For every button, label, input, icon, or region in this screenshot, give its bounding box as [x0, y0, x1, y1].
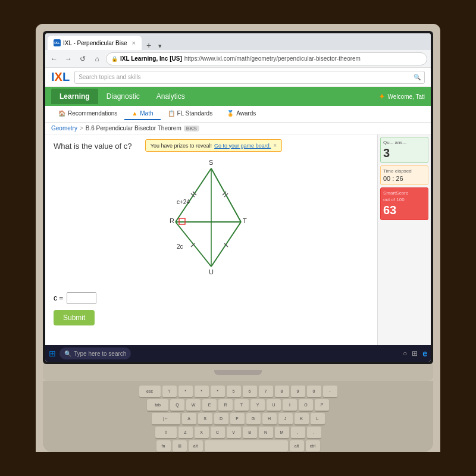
timer-minutes: 00	[383, 175, 390, 182]
key-u[interactable]: U	[267, 399, 281, 411]
submit-button[interactable]: Submit	[54, 310, 95, 325]
timer-card: Time elapsed 00 : 26	[380, 165, 428, 185]
key-6[interactable]: 6	[243, 386, 257, 397]
key-dash[interactable]: -	[323, 386, 337, 397]
key-7[interactable]: 7	[259, 386, 273, 397]
key-tab[interactable]: tab	[147, 399, 168, 411]
key-win[interactable]: ⊞	[173, 440, 187, 452]
question-score-card: Qu... ans... 3	[380, 137, 428, 163]
keyboard-row-4: ⇧ Z X C V B N M , .	[52, 427, 424, 439]
address-bar[interactable]: 🔒 IXL Learning, Inc [US] https://www.ixl…	[106, 52, 427, 65]
taskbar-icons: ○ ⊞ e	[403, 349, 427, 358]
forward-button[interactable]: →	[63, 54, 74, 64]
key-5[interactable]: 5	[227, 386, 241, 397]
key-r[interactable]: R	[218, 399, 233, 411]
taskbar-edge-icon[interactable]: e	[422, 349, 427, 358]
key-shift-left-2[interactable]: ⇧	[155, 427, 177, 439]
key-ctrl[interactable]: fn	[156, 440, 171, 452]
key-esc[interactable]: esc	[139, 386, 161, 397]
refresh-button[interactable]: ↺	[77, 54, 88, 64]
key-t[interactable]: T	[234, 399, 249, 411]
key-d[interactable]: D	[214, 413, 228, 425]
key-e[interactable]: E	[202, 399, 217, 411]
key-k[interactable]: K	[295, 413, 309, 425]
tab-favicon: IXL	[54, 39, 61, 46]
key-y[interactable]: Y	[250, 399, 265, 411]
svg-line-3	[211, 222, 241, 267]
key-f1[interactable]: ?	[162, 386, 177, 397]
key-f2[interactable]: *	[178, 386, 193, 397]
sub-tab-awards[interactable]: 🏅 Awards	[220, 108, 263, 120]
smartscore-value: 63	[383, 203, 425, 217]
key-space[interactable]	[205, 440, 288, 452]
key-g[interactable]: G	[246, 413, 261, 425]
breadcrumb: Geometry > B.6 Perpendicular Bisector Th…	[45, 123, 431, 134]
taskbar-cortana-icon[interactable]: ○	[403, 349, 407, 358]
taskbar-grid-icon[interactable]: ⊞	[412, 349, 418, 358]
tab-close[interactable]: ×	[131, 39, 135, 46]
key-alt-right[interactable]: alt	[290, 440, 304, 452]
key-s[interactable]: S	[198, 413, 212, 425]
key-alt[interactable]: alt	[189, 440, 203, 452]
key-q[interactable]: Q	[170, 399, 184, 411]
sub-tab-recommendations[interactable]: 🏠 Recommendations	[51, 108, 124, 120]
key-c[interactable]: C	[211, 427, 225, 439]
key-f[interactable]: F	[230, 413, 245, 425]
awards-icon: 🏅	[227, 110, 234, 117]
key-z[interactable]: Z	[178, 427, 193, 439]
main-nav: Learning Diagnostic Analytics ✦ Welcome,…	[45, 87, 431, 106]
active-tab[interactable]: IXL IXL - Perpendicular Bise ×	[48, 36, 142, 50]
key-a[interactable]: A	[182, 413, 196, 425]
key-shift-left[interactable]: |←	[152, 413, 180, 425]
laptop-base	[43, 364, 433, 381]
key-comma[interactable]: ,	[291, 427, 305, 439]
right-sidebar: Qu... ans... 3 Time elapsed 00 : 26 Smar…	[377, 134, 431, 345]
windows-start-button[interactable]: ⊞	[49, 349, 56, 358]
keyboard-row-2: tab Q W E R T Y U I O P	[52, 399, 424, 411]
ixl-logo[interactable]: I X L	[51, 70, 70, 84]
key-m[interactable]: M	[275, 427, 289, 439]
welcome-message: ✦ Welcome, Tati	[378, 92, 425, 101]
search-icon: 🔍	[414, 74, 421, 80]
search-bar[interactable]: Search topics and skills 🔍	[74, 71, 425, 84]
key-b[interactable]: B	[243, 427, 257, 439]
laptop-camera-notch	[214, 370, 262, 375]
key-ctrl-right[interactable]: ctrl	[306, 440, 320, 452]
prize-close-button[interactable]: ×	[273, 142, 277, 149]
nav-tab-diagnostic[interactable]: Diagnostic	[98, 89, 148, 104]
key-l[interactable]: L	[311, 413, 325, 425]
tab-label: IXL - Perpendicular Bise	[63, 40, 127, 46]
nav-tab-learning[interactable]: Learning	[51, 89, 98, 104]
key-f3[interactable]: *	[195, 386, 209, 397]
taskbar-search[interactable]: 🔍 Type here to search	[60, 347, 131, 359]
key-v[interactable]: V	[227, 427, 241, 439]
breadcrumb-geometry[interactable]: Geometry	[51, 125, 77, 131]
key-j[interactable]: J	[278, 413, 293, 425]
tab-chevron[interactable]: ▾	[156, 42, 164, 50]
sub-tabs-bar: 🏠 Recommendations ▲ Math 📋 FL Standards …	[45, 106, 431, 123]
sub-tab-fl-standards[interactable]: 📋 FL Standards	[161, 108, 220, 120]
answer-input[interactable]	[67, 292, 96, 304]
key-f4[interactable]: *	[211, 386, 225, 397]
new-tab-button[interactable]: +	[143, 40, 155, 50]
key-p[interactable]: P	[315, 399, 329, 411]
key-h[interactable]: H	[262, 413, 277, 425]
key-8[interactable]: 8	[275, 386, 289, 397]
nav-tab-analytics[interactable]: Analytics	[148, 89, 193, 104]
key-period[interactable]: .	[307, 427, 321, 439]
key-i[interactable]: I	[283, 399, 297, 411]
ixl-header: I X L Search topics and skills 🔍	[45, 68, 431, 87]
key-0[interactable]: 0	[307, 386, 321, 397]
home-button[interactable]: ⌂	[92, 54, 102, 64]
key-x[interactable]: X	[195, 427, 209, 439]
prize-notification: You have prizes to reveal! Go to your ga…	[145, 139, 282, 152]
back-button[interactable]: ←	[49, 54, 60, 64]
key-o[interactable]: O	[299, 399, 313, 411]
address-url: https://www.ixl.com/math/geometry/perpen…	[184, 55, 361, 62]
sub-tab-math[interactable]: ▲ Math	[124, 108, 160, 120]
key-9[interactable]: 9	[291, 386, 305, 397]
key-w[interactable]: W	[186, 399, 201, 411]
svg-text:R: R	[170, 217, 174, 224]
key-n[interactable]: N	[259, 427, 273, 439]
prize-link[interactable]: Go to your game board.	[214, 143, 271, 149]
